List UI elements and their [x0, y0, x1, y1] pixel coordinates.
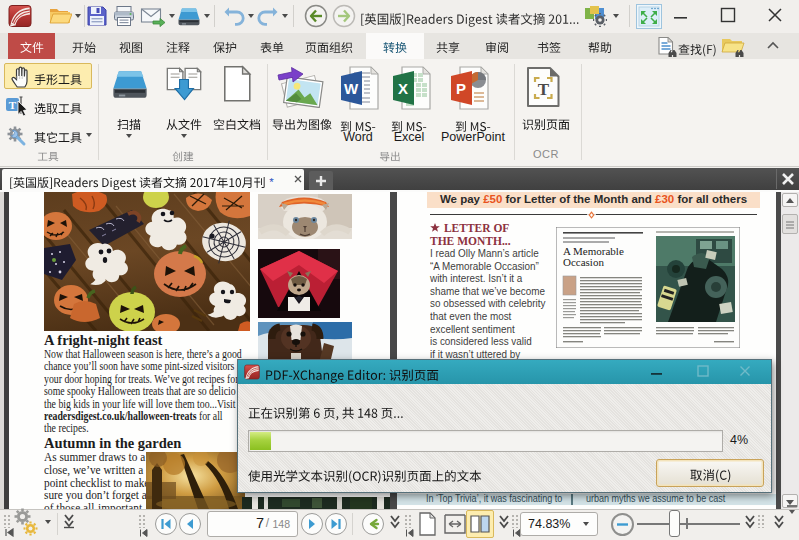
svg-text:T: T [9, 99, 17, 111]
svg-text:P: P [456, 80, 466, 97]
svg-text:Occasion: Occasion [563, 256, 604, 268]
svg-text:X: X [398, 80, 408, 97]
svg-text:T: T [538, 80, 550, 99]
svg-text:W: W [344, 80, 359, 97]
